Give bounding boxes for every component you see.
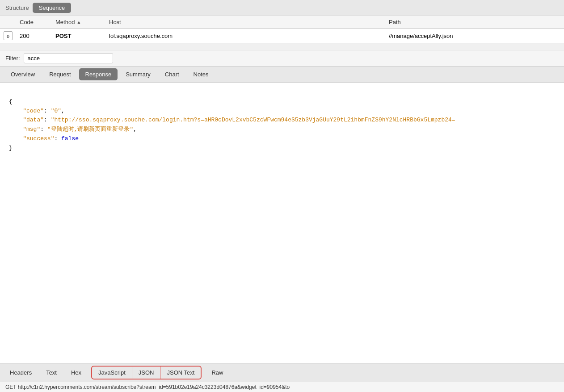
row-method: POST [52,29,105,43]
bottom-tab-json-text[interactable]: JSON Text [160,367,201,379]
top-toolbar: Structure Sequence [0,0,564,16]
separator [0,43,564,50]
table-header: Code Method ▲ Host Path [0,16,564,29]
row-icon: {} [0,29,16,43]
bottom-tab-json[interactable]: JSON [132,367,161,379]
tab-response[interactable]: Response [79,68,118,80]
table-row[interactable]: {} 200 POST lol.sqaproxy.souche.com //ma… [0,29,564,43]
tab-chart[interactable]: Chart [159,68,185,80]
col-header-host: Host [105,18,385,26]
row-code: 200 [16,29,52,43]
filter-label: Filter: [5,55,20,62]
col-header-path: Path [385,18,564,26]
col-header-icon [0,18,16,26]
tabs-bar: Overview Request Response Summary Chart … [0,67,564,83]
bottom-tab-javascript[interactable]: JavaScript [92,367,132,379]
bottom-tab-group: JavaScript JSON JSON Text [91,366,202,379]
json-file-icon: {} [4,31,13,40]
tab-notes[interactable]: Notes [187,68,215,80]
tab-request[interactable]: Request [43,68,77,80]
row-path: //manage/acceptAlly.json [385,29,564,43]
col-header-code: Code [16,18,52,26]
tab-overview[interactable]: Overview [4,68,41,80]
structure-label: Structure [5,4,29,11]
bottom-tab-hex[interactable]: Hex [65,367,88,379]
col-header-method[interactable]: Method ▲ [52,18,105,26]
sort-arrow-icon: ▲ [76,20,81,25]
bottom-tab-headers[interactable]: Headers [4,367,38,379]
tab-summary[interactable]: Summary [119,68,157,80]
sequence-button[interactable]: Sequence [33,3,72,13]
bottom-tab-text[interactable]: Text [40,367,63,379]
json-content-area: { "code": "0", "data": "http://sso.sqapr… [0,83,564,363]
status-bar: GET http://c1n2.hypercomments.com/stream… [0,382,564,392]
filter-input[interactable] [24,53,113,63]
row-host: lol.sqaproxy.souche.com [105,29,385,43]
bottom-tabs-bar: Headers Text Hex JavaScript JSON JSON Te… [0,363,564,382]
filter-bar: Filter: [0,50,564,67]
bottom-tab-raw[interactable]: Raw [205,367,229,379]
